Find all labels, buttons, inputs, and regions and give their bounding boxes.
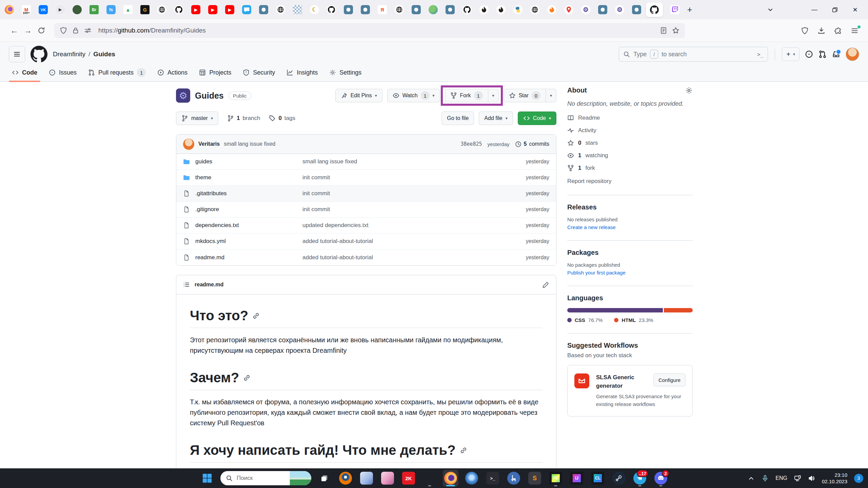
file-row[interactable]: mkdocs.yml added tutorial-about-tutorial… (176, 233, 556, 249)
taskbar-icon[interactable] (338, 470, 353, 487)
volume-icon[interactable] (808, 475, 815, 482)
pinned-tab[interactable] (429, 5, 438, 14)
commits-link[interactable]: 5commits (515, 141, 549, 147)
microphone-icon[interactable] (762, 475, 769, 482)
taskbar-icon[interactable]: 2 (653, 470, 669, 487)
taskbar-icon[interactable] (422, 470, 437, 487)
language-legend-item[interactable]: HTML 23.3% (614, 317, 653, 323)
pinned-tab[interactable] (598, 5, 607, 14)
add-file-button[interactable]: Add file▾ (479, 111, 513, 125)
pinned-tab[interactable] (73, 5, 82, 14)
commit-author[interactable]: Veritaris (198, 141, 220, 147)
tray-chevron-up-icon[interactable] (748, 475, 755, 482)
downloads-icon[interactable] (817, 27, 825, 35)
url-bar[interactable]: https://github.com/Dreamfinity/Guides (54, 23, 685, 38)
taskbar-icon[interactable] (380, 470, 395, 487)
file-row[interactable]: .gitignore init commit yesterday (176, 202, 556, 218)
issues-header-icon[interactable] (805, 50, 813, 58)
pinned-tab[interactable] (513, 5, 522, 14)
anchor-link-icon[interactable] (252, 312, 260, 320)
star-button[interactable]: Star 0 (504, 89, 546, 102)
restore-button[interactable] (825, 1, 845, 18)
taskbar-icon[interactable]: ..17 (632, 470, 648, 487)
breadcrumb-repo[interactable]: Guides (93, 50, 115, 58)
edit-pins-button[interactable]: Edit Pins▾ (335, 89, 382, 102)
extension-shield-icon[interactable] (801, 27, 809, 35)
file-row[interactable]: theme init commit yesterday (176, 170, 556, 186)
pinned-tab[interactable] (5, 5, 14, 14)
pinned-tab[interactable]: ▲ (123, 5, 133, 14)
clock[interactable]: 23:10 02.10.2023 (822, 472, 847, 485)
pinned-tab[interactable]: fs (106, 5, 116, 14)
pinned-tab[interactable]: ▶ (225, 5, 234, 14)
pinned-tab[interactable] (157, 5, 166, 14)
taskbar-icon[interactable]: CL (590, 470, 606, 487)
anchor-link-icon[interactable] (460, 447, 467, 454)
about-item[interactable]: 1 fork (567, 163, 693, 173)
create-release-link[interactable]: Create a new release (567, 224, 693, 230)
pinned-tab[interactable] (446, 5, 455, 14)
taskbar-icon[interactable] (611, 470, 627, 487)
breadcrumb-owner[interactable]: Dreamfinity (53, 50, 85, 58)
branches-link[interactable]: 1branch (227, 115, 260, 122)
app-menu-icon[interactable] (851, 27, 859, 35)
code-button[interactable]: Code▾ (518, 111, 556, 125)
pinned-tab[interactable] (327, 5, 336, 14)
repo-nav-tab[interactable]: Security (237, 63, 281, 82)
about-item[interactable]: Activity (567, 125, 693, 136)
star-dropdown-button[interactable]: ▾ (546, 89, 556, 102)
taskbar-search[interactable]: Поиск (220, 471, 311, 485)
pinned-tab[interactable]: ⚙ (581, 5, 590, 14)
minimize-button[interactable]: — (804, 1, 825, 18)
pinned-tab-twitch[interactable] (670, 5, 679, 14)
create-new-button[interactable]: + ▾ (782, 47, 800, 61)
pinned-tab[interactable]: Я (378, 5, 387, 14)
taskbar-icon[interactable] (443, 470, 458, 487)
back-button[interactable]: ← (7, 24, 21, 37)
pinned-tab[interactable]: VK (39, 5, 48, 14)
tab-list-chevron-icon[interactable] (760, 1, 781, 18)
tracking-shield-icon[interactable] (60, 27, 67, 34)
taskbar-icon[interactable] (359, 470, 374, 487)
publish-package-link[interactable]: Publish your first package (567, 270, 693, 276)
pinned-tab[interactable] (361, 5, 370, 14)
start-button[interactable] (199, 470, 215, 487)
about-item[interactable]: Readme (567, 113, 693, 123)
taskbar-icon[interactable]: IJ (569, 470, 585, 487)
pinned-tab[interactable] (412, 5, 421, 14)
repo-nav-tab[interactable]: Projects (193, 63, 237, 82)
pinned-tab[interactable] (293, 5, 302, 14)
commit-author-avatar[interactable] (183, 139, 194, 150)
about-item[interactable]: 1 watching (567, 150, 693, 161)
file-row[interactable]: readme.md added tutorial-about-tutorial … (176, 249, 556, 265)
network-icon[interactable] (794, 475, 801, 482)
watch-button[interactable]: Watch 1▾ (387, 89, 440, 102)
pinned-tab[interactable] (632, 5, 641, 14)
language-legend-item[interactable]: CSS 76.7% (567, 317, 603, 323)
fork-button[interactable]: Fork 1 (445, 89, 488, 102)
file-row[interactable]: dependencies.txt updated dependencies.tx… (176, 218, 556, 233)
repo-nav-tab[interactable]: Settings (323, 63, 367, 82)
pinned-tab[interactable] (395, 5, 404, 14)
reload-button[interactable] (35, 24, 48, 37)
fork-dropdown-button[interactable]: ▾ (488, 89, 499, 102)
taskbar-icon[interactable]: S (527, 470, 542, 487)
pinned-tab[interactable] (496, 5, 506, 14)
repo-avatar[interactable]: ⚙ (176, 88, 190, 103)
about-item[interactable]: 0 stars (567, 138, 693, 148)
toc-list-icon[interactable] (183, 281, 190, 288)
repo-nav-tab[interactable]: Insights (281, 63, 323, 82)
github-search-input[interactable]: Type / to search >_ (619, 47, 768, 62)
branch-selector-button[interactable]: master▾ (176, 111, 218, 125)
pinned-tab[interactable] (462, 5, 472, 14)
edit-readme-pencil-icon[interactable] (542, 281, 549, 288)
repo-nav-tab[interactable]: Code (6, 63, 43, 82)
reader-mode-icon[interactable] (660, 27, 667, 34)
pinned-tab[interactable] (276, 5, 285, 14)
user-avatar[interactable] (846, 47, 859, 61)
pinned-tab[interactable]: ▶ (191, 5, 200, 14)
pinned-tab[interactable]: G (140, 5, 150, 14)
file-row[interactable]: guides small lang issue fixed yesterday (176, 154, 556, 170)
taskbar-icon[interactable]: PC (548, 470, 564, 487)
pinned-tab[interactable] (564, 5, 573, 14)
